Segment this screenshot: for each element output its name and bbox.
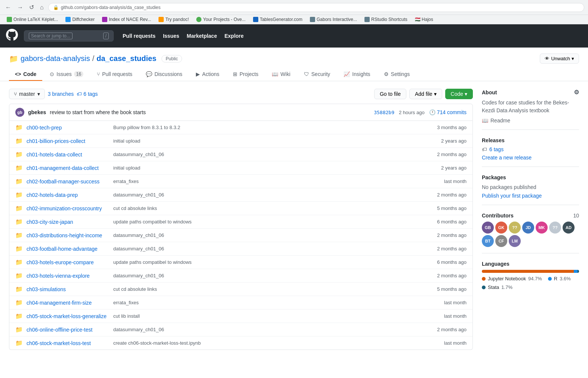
github-logo[interactable] (6, 29, 18, 43)
back-button[interactable]: ← (4, 3, 13, 12)
reload-button[interactable]: ↺ (28, 2, 36, 12)
go-to-file-button[interactable]: Go to file (374, 89, 406, 99)
file-message: cut cd absolute links (113, 205, 417, 211)
contributor-avatar[interactable]: GB (482, 222, 494, 234)
file-name[interactable]: ch06-online-offline-price-test (27, 327, 109, 333)
branch-dropdown[interactable]: ⑂ master ▾ (9, 89, 45, 99)
publish-package-link[interactable]: Publish your first package (482, 193, 542, 199)
packages-section: Packages No packages published Publish y… (482, 174, 579, 205)
contributor-avatar[interactable]: BT (482, 235, 494, 247)
tab-actions-label: Actions (202, 71, 219, 77)
bookmark-tablesgenerator[interactable]: TablesGenerator.com (250, 16, 305, 23)
tab-insights[interactable]: 📈 Insights (338, 68, 376, 81)
repo-name-link[interactable]: da_case_studies (96, 54, 156, 63)
file-name[interactable]: ch05-stock-market-loss-generalize (27, 313, 109, 319)
bookmark-rstudio[interactable]: RStudio Shortcuts (361, 16, 410, 23)
add-file-button[interactable]: Add file ▾ (409, 89, 442, 99)
controls-right: Go to file Add file ▾ Code ▾ (374, 89, 473, 99)
contributor-avatar[interactable]: GK (495, 222, 507, 234)
file-name[interactable]: ch01-hotels-data-collect (27, 152, 109, 158)
bookmark-pandoc[interactable]: Try pandoc! (156, 16, 192, 23)
contributor-avatar[interactable]: AD (563, 222, 575, 234)
projects-icon: ⊞ (233, 71, 237, 77)
file-name[interactable]: ch03-football-home-advantage (27, 246, 109, 252)
file-name[interactable]: ch03-simulations (27, 286, 109, 292)
commit-count-link[interactable]: 🕐 714 commits (429, 109, 467, 115)
tab-security[interactable]: 🛡 Security (298, 68, 336, 81)
bookmark-nace[interactable]: Index of NACE Rev... (99, 16, 154, 23)
file-time: 2 months ago (422, 192, 467, 198)
search-box[interactable]: Search or jump to... / (24, 30, 114, 42)
nav-marketplace[interactable]: Marketplace (187, 33, 217, 39)
bookmark-gabors[interactable]: Gabors Interactive... (307, 16, 360, 23)
folder-icon: 📁 (15, 272, 22, 279)
settings-gear-icon[interactable]: ⚙ (574, 89, 579, 96)
tab-insights-label: Insights (352, 71, 370, 77)
repo-owner-link[interactable]: gabors-data-analysis (21, 54, 90, 63)
bookmark-hajos[interactable]: 🇭🇺 Hajos (412, 16, 436, 23)
file-name[interactable]: ch03-distributions-height-income (27, 232, 109, 238)
nav-pull-requests[interactable]: Pull requests (123, 33, 156, 39)
releases-tags-link[interactable]: 6 tags (489, 146, 504, 152)
contributor-avatar[interactable]: JD (522, 222, 534, 234)
readme-link[interactable]: 📖 Readme (482, 118, 579, 124)
tab-actions[interactable]: ▶ Actions (190, 68, 225, 81)
home-button[interactable]: ⌂ (39, 3, 45, 12)
file-time: 2 months ago (422, 327, 467, 332)
code-button[interactable]: Code ▾ (445, 89, 473, 99)
language-bar-segment (578, 270, 579, 273)
language-item: R 3.6% (548, 276, 571, 281)
tab-wiki[interactable]: 📖 Wiki (266, 68, 296, 81)
file-name[interactable]: ch01-billion-prices-collect (27, 138, 109, 144)
file-name[interactable]: ch06-stock-market-loss-test (27, 340, 109, 346)
file-name[interactable]: ch01-management-data-collect (27, 165, 109, 171)
bookmark-favicon (65, 17, 71, 22)
contributor-avatar[interactable]: ?? (549, 222, 561, 234)
tab-issues[interactable]: ⊙ Issues 16 (44, 68, 89, 81)
forward-button[interactable]: → (16, 3, 25, 12)
language-name[interactable]: Stata (488, 284, 499, 290)
tab-code[interactable]: <> Code (9, 68, 42, 81)
contributor-avatar[interactable]: LM (509, 235, 521, 247)
language-name[interactable]: R (554, 276, 557, 281)
nav-explore[interactable]: Explore (224, 33, 243, 39)
tab-pull-requests[interactable]: ⑂ Pull requests (91, 68, 138, 81)
folder-icon: 📁 (15, 313, 22, 320)
file-name[interactable]: ch03-city-size-japan (27, 219, 109, 225)
tab-pr-label: Pull requests (102, 71, 132, 77)
file-name[interactable]: ch04-management-firm-size (27, 300, 109, 306)
file-name[interactable]: ch03-hotels-vienna-explore (27, 273, 109, 279)
create-release-link[interactable]: Create a new release (482, 155, 579, 161)
language-dot (482, 277, 486, 281)
unwatch-button[interactable]: 👁 Unwatch ▾ (540, 54, 579, 64)
commit-author[interactable]: gbekes (28, 109, 46, 115)
bookmark-latex[interactable]: Online LaTeX Képlet... (4, 16, 61, 23)
file-name[interactable]: ch02-hotels-data-prep (27, 192, 109, 198)
nav-issues[interactable]: Issues (163, 33, 179, 39)
contributor-avatar[interactable]: CF (495, 235, 507, 247)
commit-hash[interactable]: 35882b9 (374, 110, 394, 115)
contributor-avatar[interactable]: ?? (509, 222, 521, 234)
file-name[interactable]: ch00-tech-prep (27, 125, 109, 131)
file-name[interactable]: ch02-football-manager-success (27, 179, 109, 185)
file-name[interactable]: ch03-hotels-europe-compare (27, 259, 109, 265)
tags-link[interactable]: 🏷 6 tags (77, 91, 98, 97)
folder-icon: 📁 (15, 245, 22, 252)
file-message: datasummary_ch01_06 (113, 152, 417, 157)
bookmark-projects[interactable]: Your Projects - Ove... (193, 16, 249, 23)
address-bar[interactable]: 🔒 github.com/gabors-data-analysis/da_cas… (48, 3, 584, 12)
tab-settings[interactable]: ⚙ Settings (378, 68, 416, 81)
tab-projects[interactable]: ⊞ Projects (227, 68, 265, 81)
bookmark-favicon (364, 17, 370, 22)
visibility-badge: Public (161, 55, 182, 63)
branches-link[interactable]: 3 branches (48, 91, 74, 97)
tab-discussions[interactable]: 💬 Discussions (140, 68, 188, 81)
bookmark-diffchecker[interactable]: Diffchecker (62, 16, 98, 23)
language-name[interactable]: Jupyter Notebook (488, 276, 526, 281)
language-percent: 1.7% (501, 284, 512, 290)
file-name[interactable]: ch02-immunization-crosscountry (27, 205, 109, 211)
contributor-avatar[interactable]: MK (536, 222, 548, 234)
tab-settings-label: Settings (391, 71, 410, 77)
folder-icon: 📁 (15, 164, 22, 171)
file-message: initial upload (113, 165, 417, 171)
